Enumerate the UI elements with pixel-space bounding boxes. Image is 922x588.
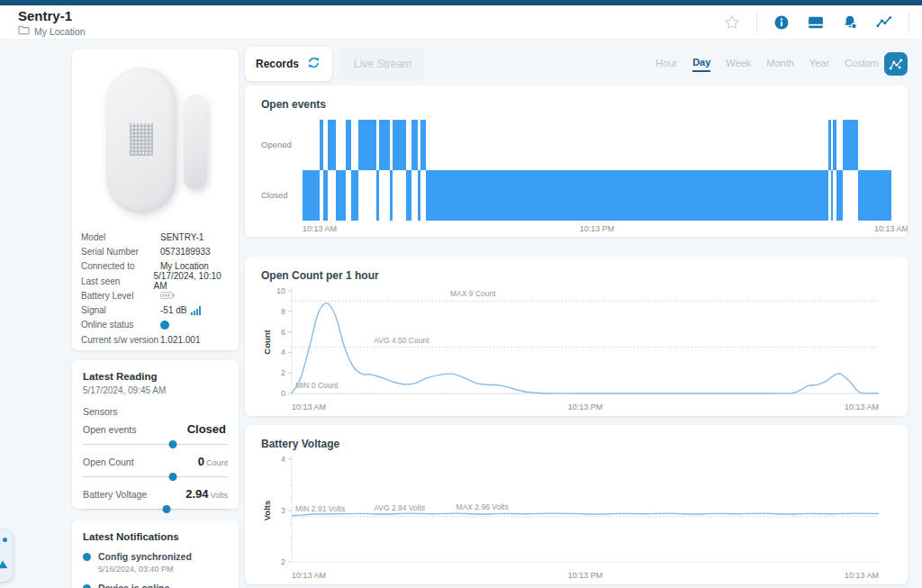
timeline-segment-closed (406, 170, 411, 221)
detail-value: SENTRY-1 (160, 232, 203, 242)
sensor-slider[interactable] (83, 439, 228, 449)
device-sidebar: ModelSENTRY-1Serial Number0573189933Conn… (72, 50, 239, 588)
divider (908, 12, 909, 33)
svg-text:2: 2 (281, 368, 285, 377)
svg-text:10:13 AM: 10:13 AM (292, 403, 326, 412)
chart-title: Open Count per 1 hour (261, 269, 891, 282)
svg-text:2: 2 (281, 557, 285, 566)
svg-text:8: 8 (281, 307, 285, 316)
svg-text:MAX 2.96 Volts: MAX 2.96 Volts (456, 502, 509, 511)
device-details-list: ModelSENTRY-1Serial Number0573189933Conn… (81, 230, 230, 347)
slider-handle[interactable] (163, 505, 171, 513)
notification-item[interactable]: Config synchronized5/16/2024, 03:40 PM (83, 551, 228, 574)
refresh-icon[interactable] (306, 55, 321, 73)
detail-label: Current s/w version (81, 335, 160, 345)
sensor-body (106, 68, 176, 213)
notification-text: Device is online (98, 583, 174, 588)
timeline-segment-closed (323, 170, 328, 221)
timeline-segment-closed (390, 170, 393, 221)
svg-text:AVG 4.50 Count: AVG 4.50 Count (374, 336, 429, 345)
range-tab-custom[interactable]: Custom (845, 58, 879, 71)
detail-label: Signal (81, 305, 160, 315)
notifications-list: Config synchronized5/16/2024, 03:40 PMDe… (83, 551, 228, 588)
detail-label: Model (81, 232, 160, 242)
range-tab-month[interactable]: Month (766, 58, 794, 71)
floating-helper-widget[interactable] (0, 529, 13, 582)
svg-text:3: 3 (281, 506, 285, 515)
scatter-plot-button[interactable] (884, 52, 908, 76)
x-axis-tick: 10:13 AM (303, 224, 337, 233)
timeline-row-label: Opened (261, 140, 297, 149)
sensor-row: Open eventsClosed (83, 422, 228, 449)
timeline-segment-opened (346, 120, 351, 170)
sensor-slider[interactable] (83, 472, 228, 482)
device-detail-row: Last seen5/17/2024, 10:10 AM (81, 274, 230, 288)
timeline-segment-closed (858, 170, 891, 221)
breadcrumb: My Location (18, 25, 86, 37)
timeline-segment-opened (320, 120, 323, 170)
trend-chart-icon[interactable] (874, 13, 894, 32)
detail-value (160, 321, 169, 330)
svg-text:MAX 9 Count: MAX 9 Count (450, 289, 496, 298)
battery-voltage-line-plot[interactable]: 234VoltsMIN 2.91 VoltsAVG 2.94 VoltsMAX … (261, 450, 891, 584)
header-bar: Sentry-1 My Location (0, 5, 922, 40)
timeline-segment-opened (833, 120, 836, 170)
sensor-slider[interactable] (83, 504, 228, 514)
range-tab-week[interactable]: Week (726, 58, 751, 71)
detail-value: 1.021.001 (160, 335, 201, 345)
range-tab-hour[interactable]: Hour (655, 58, 677, 71)
main-content: Records Live Stream HourDayWeekMonthYear… (245, 47, 908, 584)
notification-text: Config synchronized (98, 551, 192, 562)
sensor-unit: Count (206, 458, 228, 467)
sensor-label: Open Count (83, 457, 134, 467)
timeline-segment-closed (303, 170, 320, 221)
latest-reading-title: Latest Reading (83, 371, 228, 382)
slider-handle[interactable] (168, 440, 176, 448)
battery-voltage-chart-card: Battery Voltage 234VoltsMIN 2.91 VoltsAV… (245, 425, 908, 584)
detail-value: My Location (160, 261, 209, 271)
header-actions (722, 9, 909, 36)
location-label: My Location (34, 26, 86, 37)
svg-text:10:13 PM: 10:13 PM (568, 571, 603, 580)
range-tab-year[interactable]: Year (809, 58, 829, 71)
info-icon[interactable] (772, 13, 791, 32)
records-label: Records (256, 58, 299, 70)
x-axis-tick: 10:13 AM (874, 224, 908, 233)
chart-title: Battery Voltage (261, 438, 891, 450)
device-screen-icon[interactable] (806, 13, 826, 32)
latest-notifications-title: Latest Notifications (83, 531, 228, 542)
timeline-segment-closed (351, 170, 359, 221)
alarm-bell-icon[interactable] (840, 13, 860, 32)
qr-code (130, 123, 153, 156)
sensor-readings-list: Open eventsClosedOpen Count0CountBattery… (83, 422, 228, 514)
latest-reading-timestamp: 5/17/2024, 09:45 AM (83, 385, 228, 395)
x-axis-tick: 10:13 PM (580, 224, 615, 233)
device-detail-row: ModelSENTRY-1 (81, 230, 230, 244)
tab-live-stream[interactable]: Live Stream (341, 47, 424, 81)
device-dashboard-page: Sentry-1 My Location (0, 0, 922, 588)
slider-handle[interactable] (168, 473, 176, 481)
svg-text:MIN 0 Count: MIN 0 Count (295, 381, 339, 390)
range-tab-day[interactable]: Day (692, 57, 710, 72)
open-events-chart-card: Open events OpenedClosed 10:13 AM10:13 P… (245, 86, 908, 237)
open-events-timeline-plot[interactable]: OpenedClosed (303, 120, 891, 221)
timeline-segment-opened (379, 120, 390, 170)
svg-text:10:13 PM: 10:13 PM (568, 403, 603, 412)
online-status-dot (160, 321, 169, 330)
svg-text:4: 4 (281, 348, 285, 357)
device-detail-row: Online status (81, 318, 230, 332)
svg-text:10:13 AM: 10:13 AM (845, 403, 879, 412)
timeline-x-axis: 10:13 AM10:13 PM10:13 AM (303, 221, 891, 237)
divider (756, 12, 757, 33)
tab-records[interactable]: Records (245, 47, 332, 81)
open-count-line-plot[interactable]: 0246810CountMAX 9 CountAVG 4.50 CountMIN… (261, 282, 891, 416)
page-title: Sentry-1 (18, 8, 72, 23)
svg-text:AVG 2.94 Volts: AVG 2.94 Volts (374, 503, 425, 512)
svg-text:0: 0 (281, 389, 285, 398)
latest-reading-card: Latest Reading 5/17/2024, 09:45 AM Senso… (72, 360, 239, 509)
device-image (88, 59, 223, 222)
notification-time: 5/16/2024, 03:40 PM (98, 565, 192, 574)
favorite-star-icon[interactable] (722, 13, 742, 32)
notification-item[interactable]: Device is online5/16/2024, 03:40 PM (83, 583, 228, 588)
sensor-unit: Volts (210, 491, 228, 500)
